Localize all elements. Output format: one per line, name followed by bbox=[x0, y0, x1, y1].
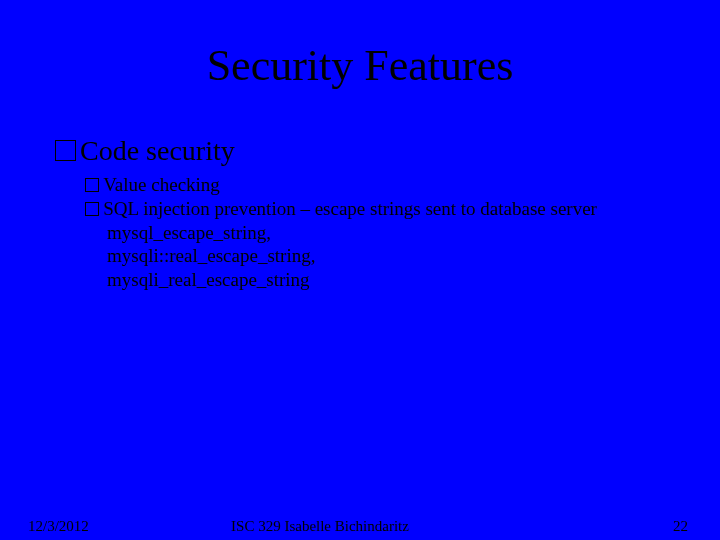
bullet-l1: Code security bbox=[55, 135, 680, 167]
bullet-l2-text: Value checking bbox=[103, 174, 220, 195]
bullet-box-icon bbox=[55, 140, 76, 161]
bullet-l2-cont: mysqli::real_escape_string, bbox=[107, 244, 680, 268]
bullet-l2-cont: mysqli_real_escape_string bbox=[107, 268, 680, 292]
bullet-box-icon bbox=[85, 202, 99, 216]
bullet-l2-cont: mysql_escape_string, bbox=[107, 221, 680, 245]
bullet-box-icon bbox=[85, 178, 99, 192]
slide-body: Code security Value checking SQL injecti… bbox=[55, 135, 680, 292]
footer-course: ISC 329 Isabelle Bichindaritz bbox=[0, 518, 720, 535]
bullet-l2-text: SQL injection prevention – escape string… bbox=[103, 198, 597, 219]
bullet-l2: SQL injection prevention – escape string… bbox=[85, 197, 680, 292]
bullet-l2: Value checking bbox=[85, 173, 680, 197]
slide-title: Security Features bbox=[0, 40, 720, 91]
footer-page-number: 22 bbox=[673, 518, 688, 535]
slide: Security Features Code security Value ch… bbox=[0, 0, 720, 540]
bullet-l1-text: Code security bbox=[80, 135, 235, 166]
